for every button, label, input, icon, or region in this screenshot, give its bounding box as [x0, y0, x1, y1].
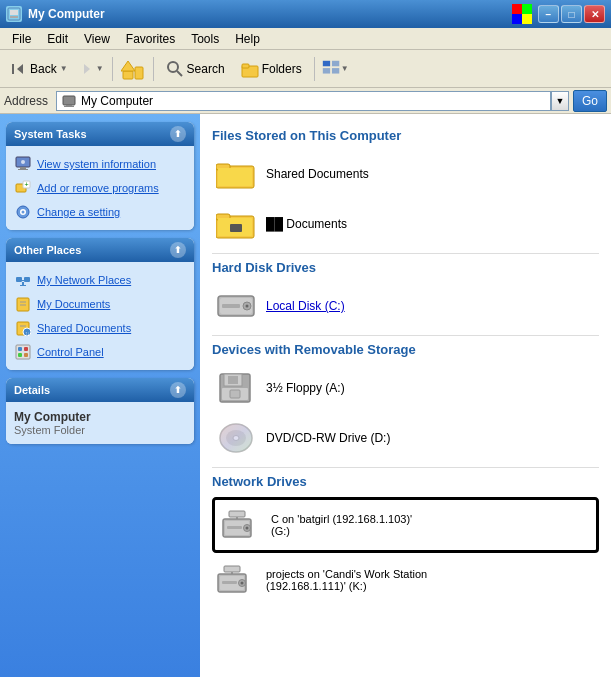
search-icon	[166, 60, 184, 78]
menu-view[interactable]: View	[76, 30, 118, 48]
address-dropdown-arrow[interactable]: ▼	[551, 91, 569, 111]
shared-documents-icon: ↑↓	[14, 319, 32, 337]
control-panel-icon	[14, 343, 32, 361]
forward-button[interactable]: ▼	[77, 55, 107, 83]
sidebar-item-network-places[interactable]: My Network Places	[10, 268, 190, 292]
view-system-label: View system information	[37, 158, 156, 170]
other-places-collapse-btn[interactable]: ⬆	[170, 242, 186, 258]
system-tasks-collapse-btn[interactable]: ⬆	[170, 126, 186, 142]
other-places-header: Other Places ⬆	[6, 238, 194, 262]
view-button[interactable]: ▼	[320, 55, 350, 83]
sidebar-item-add-remove[interactable]: + Add or remove programs	[10, 176, 190, 200]
view-dropdown-arrow[interactable]: ▼	[341, 64, 349, 73]
svg-rect-1	[10, 10, 18, 15]
svg-rect-6	[522, 14, 532, 24]
address-input[interactable]: My Computer	[56, 91, 551, 111]
file-item-shared-documents[interactable]: Shared Documents	[212, 151, 599, 197]
details-item-subtitle: System Folder	[14, 424, 186, 436]
svg-rect-25	[20, 167, 26, 169]
search-button[interactable]: Search	[159, 56, 232, 82]
maximize-button[interactable]: □	[561, 5, 582, 23]
back-icon	[11, 61, 27, 77]
network-drive-selected-container: C on 'batgirl (192.168.1.103)' (G:)	[212, 497, 599, 553]
network-section-header: Network Drives	[212, 474, 599, 489]
netdrive-g-icon	[221, 507, 261, 543]
menu-tools[interactable]: Tools	[183, 30, 227, 48]
svg-rect-67	[230, 390, 240, 398]
shared-documents-label: Shared Documents	[37, 322, 131, 334]
svg-marker-9	[84, 64, 90, 74]
svg-rect-85	[224, 566, 240, 572]
svg-point-27	[21, 160, 25, 164]
sidebar-item-control-panel[interactable]: Control Panel	[10, 340, 190, 364]
svg-rect-62	[222, 304, 240, 308]
file-item-user-documents[interactable]: ██ Documents	[212, 201, 599, 247]
sidebar: System Tasks ⬆ View system information	[0, 114, 200, 677]
go-button[interactable]: Go	[573, 90, 607, 112]
svg-point-82	[241, 582, 244, 585]
search-label: Search	[187, 62, 225, 76]
svg-point-75	[246, 527, 249, 530]
address-bar: Address My Computer ▼ Go	[0, 88, 611, 114]
svg-point-33	[22, 211, 25, 214]
folders-icon	[241, 60, 259, 78]
right-content: Files Stored on This Computer Shared Doc…	[200, 114, 611, 677]
file-label-local-disk: Local Disk (C:)	[266, 299, 345, 313]
sidebar-item-shared-documents[interactable]: ↑↓ Shared Documents	[10, 316, 190, 340]
details-title-label: Details	[14, 384, 50, 396]
sidebar-item-change-setting[interactable]: Change a setting	[10, 200, 190, 224]
forward-dropdown-arrow[interactable]: ▼	[96, 64, 104, 73]
file-item-floppy[interactable]: 3½ Floppy (A:)	[212, 365, 599, 411]
hdd-c-icon	[216, 288, 256, 324]
svg-rect-5	[512, 14, 522, 24]
svg-rect-83	[222, 581, 237, 584]
minimize-button[interactable]: −	[538, 5, 559, 23]
file-item-network-k[interactable]: projects on 'Candi's Work Station (192.1…	[212, 557, 599, 603]
network-places-icon	[14, 271, 32, 289]
svg-rect-16	[242, 64, 249, 68]
details-section: Details ⬆ My Computer System Folder	[6, 378, 194, 444]
file-label-user-docs: ██ Documents	[266, 217, 347, 231]
other-places-body: My Network Places My Documents	[6, 262, 194, 370]
toolbar-separator-2	[153, 57, 154, 81]
mycomputer-icon	[61, 93, 77, 109]
svg-rect-57	[230, 224, 242, 232]
other-places-section: Other Places ⬆ My Network Places	[6, 238, 194, 370]
svg-rect-2	[10, 16, 18, 18]
main-content: System Tasks ⬆ View system information	[0, 114, 611, 677]
divider-1	[212, 253, 599, 254]
title-bar: My Computer − □ ✕	[0, 0, 611, 28]
add-remove-icon: +	[14, 179, 32, 197]
folders-button[interactable]: Folders	[234, 56, 309, 82]
file-item-network-g[interactable]: C on 'batgirl (192.168.1.103)' (G:)	[217, 502, 594, 548]
file-item-local-disk[interactable]: Local Disk (C:)	[212, 283, 599, 329]
file-item-dvd[interactable]: DVD/CD-RW Drive (D:)	[212, 415, 599, 461]
back-button[interactable]: Back ▼	[4, 57, 75, 81]
back-dropdown-arrow[interactable]: ▼	[60, 64, 68, 73]
title-bar-title: My Computer	[28, 7, 512, 21]
details-collapse-btn[interactable]: ⬆	[170, 382, 186, 398]
svg-rect-53	[218, 168, 252, 186]
svg-rect-18	[332, 60, 339, 65]
svg-rect-46	[16, 345, 30, 359]
sidebar-item-view-system[interactable]: View system information	[10, 152, 190, 176]
address-label: Address	[4, 94, 52, 108]
menu-file[interactable]: File	[4, 30, 39, 48]
back-label: Back	[30, 62, 57, 76]
up-button[interactable]	[118, 55, 148, 83]
toolbar: Back ▼ ▼ Search Folders	[0, 50, 611, 88]
svg-rect-23	[64, 106, 74, 107]
menu-edit[interactable]: Edit	[39, 30, 76, 48]
menu-favorites[interactable]: Favorites	[118, 30, 183, 48]
sidebar-item-my-documents[interactable]: My Documents	[10, 292, 190, 316]
svg-rect-50	[24, 353, 28, 357]
dvd-d-icon	[216, 420, 256, 456]
view-icon	[321, 58, 341, 80]
svg-rect-65	[228, 376, 238, 384]
folder-user-icon	[216, 206, 256, 242]
svg-rect-20	[332, 68, 339, 73]
menu-help[interactable]: Help	[227, 30, 268, 48]
svg-rect-4	[522, 4, 532, 14]
change-setting-icon	[14, 203, 32, 221]
close-button[interactable]: ✕	[584, 5, 605, 23]
